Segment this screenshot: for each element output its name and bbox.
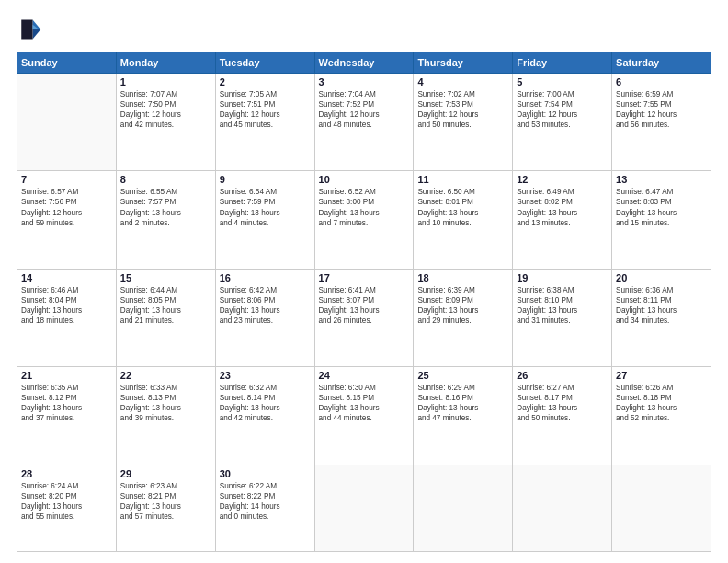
- day-info: Sunrise: 6:47 AMSunset: 8:03 PMDaylight:…: [616, 187, 707, 227]
- day-info: Sunrise: 6:44 AMSunset: 8:05 PMDaylight:…: [120, 285, 211, 326]
- calendar-cell: 1Sunrise: 7:07 AMSunset: 7:50 PMDaylight…: [116, 74, 215, 171]
- day-number: 15: [120, 272, 211, 283]
- day-number: 8: [120, 174, 211, 185]
- calendar-cell: 29Sunrise: 6:23 AMSunset: 8:21 PMDayligh…: [116, 465, 215, 551]
- day-number: 28: [21, 468, 112, 479]
- calendar-cell: 21Sunrise: 6:35 AMSunset: 8:12 PMDayligh…: [17, 367, 117, 465]
- calendar-cell: 12Sunrise: 6:49 AMSunset: 8:02 PMDayligh…: [513, 171, 612, 269]
- day-number: 17: [319, 272, 410, 283]
- calendar-cell: 9Sunrise: 6:54 AMSunset: 7:59 PMDaylight…: [215, 171, 314, 269]
- calendar-cell: 17Sunrise: 6:41 AMSunset: 8:07 PMDayligh…: [314, 269, 414, 366]
- calendar-cell: 19Sunrise: 6:38 AMSunset: 8:10 PMDayligh…: [513, 269, 612, 366]
- day-number: 21: [21, 370, 112, 381]
- calendar-cell: 3Sunrise: 7:04 AMSunset: 7:52 PMDaylight…: [314, 74, 414, 171]
- calendar-cell: 22Sunrise: 6:33 AMSunset: 8:13 PMDayligh…: [116, 367, 215, 465]
- calendar-cell: 28Sunrise: 6:24 AMSunset: 8:20 PMDayligh…: [17, 465, 117, 551]
- day-number: 30: [220, 468, 311, 479]
- calendar-cell: 30Sunrise: 6:22 AMSunset: 8:22 PMDayligh…: [215, 465, 314, 551]
- day-number: 24: [319, 370, 410, 381]
- day-number: 10: [319, 174, 410, 185]
- logo: [17, 17, 46, 42]
- day-number: 5: [517, 76, 608, 87]
- day-number: 19: [517, 272, 608, 283]
- day-info: Sunrise: 6:41 AMSunset: 8:07 PMDaylight:…: [319, 285, 410, 326]
- day-info: Sunrise: 6:57 AMSunset: 7:56 PMDaylight:…: [21, 187, 112, 227]
- calendar-cell: 14Sunrise: 6:46 AMSunset: 8:04 PMDayligh…: [17, 269, 117, 366]
- week-row-1: 1Sunrise: 7:07 AMSunset: 7:50 PMDaylight…: [17, 74, 711, 171]
- day-number: 4: [417, 76, 508, 87]
- day-number: 13: [616, 174, 707, 185]
- calendar-cell: [612, 465, 711, 551]
- weekday-header-thursday: Thursday: [414, 52, 513, 74]
- week-row-2: 7Sunrise: 6:57 AMSunset: 7:56 PMDaylight…: [17, 171, 711, 269]
- day-info: Sunrise: 7:05 AMSunset: 7:51 PMDaylight:…: [220, 89, 311, 130]
- calendar-cell: 25Sunrise: 6:29 AMSunset: 8:16 PMDayligh…: [414, 367, 513, 465]
- day-info: Sunrise: 7:00 AMSunset: 7:54 PMDaylight:…: [517, 89, 608, 130]
- calendar-cell: 11Sunrise: 6:50 AMSunset: 8:01 PMDayligh…: [414, 171, 513, 269]
- calendar-cell: 26Sunrise: 6:27 AMSunset: 8:17 PMDayligh…: [513, 367, 612, 465]
- calendar-cell: 24Sunrise: 6:30 AMSunset: 8:15 PMDayligh…: [314, 367, 414, 465]
- calendar-cell: 23Sunrise: 6:32 AMSunset: 8:14 PMDayligh…: [215, 367, 314, 465]
- calendar-cell: 18Sunrise: 6:39 AMSunset: 8:09 PMDayligh…: [414, 269, 513, 366]
- day-info: Sunrise: 6:38 AMSunset: 8:10 PMDaylight:…: [517, 285, 608, 326]
- weekday-header-monday: Monday: [116, 52, 215, 74]
- svg-rect-2: [21, 20, 32, 40]
- calendar-cell: 2Sunrise: 7:05 AMSunset: 7:51 PMDaylight…: [215, 74, 314, 171]
- day-info: Sunrise: 6:27 AMSunset: 8:17 PMDaylight:…: [517, 383, 608, 423]
- day-info: Sunrise: 6:22 AMSunset: 8:22 PMDaylight:…: [220, 481, 311, 522]
- day-number: 14: [21, 272, 112, 283]
- day-info: Sunrise: 6:36 AMSunset: 8:11 PMDaylight:…: [616, 285, 707, 326]
- day-number: 23: [220, 370, 311, 381]
- calendar-cell: [414, 465, 513, 551]
- week-row-3: 14Sunrise: 6:46 AMSunset: 8:04 PMDayligh…: [17, 269, 711, 366]
- day-info: Sunrise: 6:42 AMSunset: 8:06 PMDaylight:…: [220, 285, 311, 326]
- day-number: 16: [220, 272, 311, 283]
- calendar-cell: 16Sunrise: 6:42 AMSunset: 8:06 PMDayligh…: [215, 269, 314, 366]
- day-number: 1: [120, 76, 211, 87]
- day-info: Sunrise: 7:04 AMSunset: 7:52 PMDaylight:…: [319, 89, 410, 130]
- weekday-header-tuesday: Tuesday: [215, 52, 314, 74]
- day-number: 2: [220, 76, 311, 87]
- day-info: Sunrise: 7:07 AMSunset: 7:50 PMDaylight:…: [120, 89, 211, 130]
- calendar-cell: 5Sunrise: 7:00 AMSunset: 7:54 PMDaylight…: [513, 74, 612, 171]
- day-number: 6: [616, 76, 707, 87]
- calendar-cell: 6Sunrise: 6:59 AMSunset: 7:55 PMDaylight…: [612, 74, 711, 171]
- calendar-cell: 20Sunrise: 6:36 AMSunset: 8:11 PMDayligh…: [612, 269, 711, 366]
- calendar-cell: 15Sunrise: 6:44 AMSunset: 8:05 PMDayligh…: [116, 269, 215, 366]
- weekday-header-wednesday: Wednesday: [314, 52, 414, 74]
- calendar-cell: [17, 74, 117, 171]
- header: [17, 17, 711, 42]
- calendar-cell: 8Sunrise: 6:55 AMSunset: 7:57 PMDaylight…: [116, 171, 215, 269]
- day-info: Sunrise: 6:26 AMSunset: 8:18 PMDaylight:…: [616, 383, 707, 423]
- weekday-header-row: SundayMondayTuesdayWednesdayThursdayFrid…: [17, 52, 711, 74]
- day-number: 25: [417, 370, 508, 381]
- day-info: Sunrise: 6:23 AMSunset: 8:21 PMDaylight:…: [120, 481, 211, 522]
- calendar-cell: 7Sunrise: 6:57 AMSunset: 7:56 PMDaylight…: [17, 171, 117, 269]
- logo-icon: [17, 17, 42, 42]
- day-number: 12: [517, 174, 608, 185]
- calendar-cell: [314, 465, 414, 551]
- day-number: 11: [417, 174, 508, 185]
- day-info: Sunrise: 6:35 AMSunset: 8:12 PMDaylight:…: [21, 383, 112, 423]
- day-info: Sunrise: 6:24 AMSunset: 8:20 PMDaylight:…: [21, 481, 112, 522]
- day-number: 22: [120, 370, 211, 381]
- page: SundayMondayTuesdayWednesdayThursdayFrid…: [0, 0, 728, 563]
- day-info: Sunrise: 6:50 AMSunset: 8:01 PMDaylight:…: [417, 187, 508, 227]
- weekday-header-friday: Friday: [513, 52, 612, 74]
- calendar-cell: 27Sunrise: 6:26 AMSunset: 8:18 PMDayligh…: [612, 367, 711, 465]
- day-info: Sunrise: 6:55 AMSunset: 7:57 PMDaylight:…: [120, 187, 211, 227]
- day-info: Sunrise: 6:29 AMSunset: 8:16 PMDaylight:…: [417, 383, 508, 423]
- day-number: 3: [319, 76, 410, 87]
- day-info: Sunrise: 6:59 AMSunset: 7:55 PMDaylight:…: [616, 89, 707, 130]
- day-number: 27: [616, 370, 707, 381]
- day-info: Sunrise: 6:33 AMSunset: 8:13 PMDaylight:…: [120, 383, 211, 423]
- day-info: Sunrise: 6:46 AMSunset: 8:04 PMDaylight:…: [21, 285, 112, 326]
- day-number: 26: [517, 370, 608, 381]
- day-number: 29: [120, 468, 211, 479]
- weekday-header-sunday: Sunday: [17, 52, 117, 74]
- calendar-cell: 4Sunrise: 7:02 AMSunset: 7:53 PMDaylight…: [414, 74, 513, 171]
- calendar-cell: 10Sunrise: 6:52 AMSunset: 8:00 PMDayligh…: [314, 171, 414, 269]
- week-row-5: 28Sunrise: 6:24 AMSunset: 8:20 PMDayligh…: [17, 465, 711, 551]
- day-number: 9: [220, 174, 311, 185]
- calendar-cell: [513, 465, 612, 551]
